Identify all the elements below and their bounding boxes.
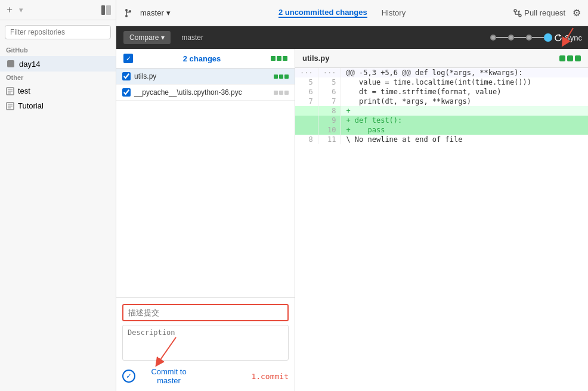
dot-1 bbox=[490, 35, 496, 41]
diff-header-dot-2 bbox=[567, 55, 573, 61]
diff-row-add-9: 9 + def test(): bbox=[295, 116, 588, 125]
sidebar-item-tutorial[interactable]: Tutorial bbox=[0, 98, 116, 113]
file-checkbox-utils-py[interactable] bbox=[122, 72, 131, 80]
diff-old-blank-8 bbox=[295, 106, 318, 116]
commit-button-label: Commit to master bbox=[139, 367, 199, 385]
diff-new-5: 5 bbox=[318, 77, 341, 87]
github-section-label: GitHub bbox=[0, 44, 116, 56]
settings-icon: ⚙ bbox=[572, 8, 581, 18]
diff-row-add-8: 8 + bbox=[295, 106, 588, 116]
diff-row-add-10: 10 + pass bbox=[295, 125, 588, 135]
file-item-pycache[interactable]: __pycache__\utils.cpython-36.pyc bbox=[116, 85, 295, 101]
commit-to-master-button[interactable]: ✓ Commit to master bbox=[122, 367, 199, 385]
file-dot-1 bbox=[274, 75, 278, 79]
diff-new-8: 8 bbox=[318, 106, 341, 116]
panel-toggle-button[interactable] bbox=[101, 5, 111, 15]
diff-new-10: 10 bbox=[318, 125, 341, 135]
pull-request-button[interactable]: Pull request bbox=[513, 8, 565, 17]
commit-summary-input[interactable] bbox=[122, 304, 289, 321]
branch-icon bbox=[123, 8, 133, 18]
pull-request-icon bbox=[513, 9, 522, 17]
diff-new-7: 7 bbox=[318, 97, 341, 106]
repo-name-test: test bbox=[18, 86, 30, 95]
sync-icon bbox=[554, 33, 562, 42]
diff-sep-old-num: ··· bbox=[295, 68, 318, 77]
diff-code-add-9: + def test(): bbox=[341, 116, 588, 125]
sync-button[interactable]: Sync bbox=[554, 33, 582, 42]
compare-label: Compare bbox=[129, 33, 159, 42]
dot-4-active bbox=[544, 33, 552, 42]
file-status-dots-pycache bbox=[274, 91, 289, 95]
sync-label: Sync bbox=[565, 33, 582, 42]
file-dot-gray-1 bbox=[274, 91, 278, 95]
diff-old-blank-10 bbox=[295, 125, 318, 135]
dot-line-1 bbox=[496, 37, 508, 38]
history-link[interactable]: History bbox=[382, 8, 406, 17]
uncommitted-changes-link[interactable]: 2 uncommitted changes bbox=[278, 8, 367, 18]
svg-point-6 bbox=[125, 15, 128, 17]
diff-sep-new-num: ··· bbox=[318, 68, 341, 77]
content-area: 2 changes utils.py bbox=[116, 49, 588, 391]
branch-progress-dots bbox=[490, 33, 552, 42]
add-button[interactable]: ＋ bbox=[5, 4, 14, 16]
dot-line-3 bbox=[532, 37, 544, 38]
repo-name-day14: day14 bbox=[19, 60, 40, 69]
file-checkbox-pycache[interactable] bbox=[122, 88, 131, 97]
diff-header: utils.py bbox=[295, 49, 588, 68]
header-dot-3 bbox=[283, 56, 287, 61]
svg-point-9 bbox=[514, 10, 516, 12]
commit-button-row: ✓ Commit to master 1.commit bbox=[122, 367, 289, 385]
file-dot-2 bbox=[279, 75, 283, 79]
diff-code-5: value = time.localtime(int(time.time())) bbox=[341, 77, 588, 87]
diff-row-8-11: 8 11 \ No newline at end of file bbox=[295, 135, 588, 144]
compare-chevron-icon: ▾ bbox=[161, 33, 165, 42]
diff-header-dot-3 bbox=[575, 55, 581, 61]
file-dot-3 bbox=[284, 75, 289, 79]
diff-row-6-6: 6 6 dt = time.strftime(format, value) bbox=[295, 87, 588, 97]
repo-name-tutorial: Tutorial bbox=[18, 101, 44, 110]
sidebar-item-day14[interactable]: day14 bbox=[0, 56, 116, 72]
branch-selector[interactable]: master ▾ bbox=[140, 8, 171, 17]
dot-3 bbox=[526, 35, 532, 41]
sidebar-toolbar: ＋ ▾ bbox=[0, 0, 116, 20]
diff-separator-row: ··· ··· @@ -5,3 +5,6 @@ def log(*args, *… bbox=[295, 68, 588, 77]
filter-repositories-input[interactable] bbox=[5, 25, 111, 39]
file-panel: 2 changes utils.py bbox=[116, 49, 295, 391]
dot-line-2 bbox=[514, 37, 526, 38]
diff-filename: utils.py bbox=[302, 54, 330, 63]
diff-row-7-7: 7 7 print(dt, *args, **kwargs) bbox=[295, 97, 588, 106]
diff-old-7: 7 bbox=[295, 97, 318, 106]
check-all-checkbox[interactable] bbox=[123, 54, 133, 63]
pull-request-label: Pull request bbox=[524, 8, 565, 17]
branch-name: master bbox=[140, 8, 164, 17]
diff-old-5: 5 bbox=[295, 77, 318, 87]
sidebar: ＋ ▾ GitHub day14 Other test Tutorial bbox=[0, 0, 116, 391]
file-dot-gray-3 bbox=[284, 91, 289, 95]
diff-code-7: print(dt, *args, **kwargs) bbox=[341, 97, 588, 106]
diff-panel: utils.py ··· ··· @@ -5,3 +5,6 @@ def log… bbox=[295, 49, 588, 391]
sidebar-item-test[interactable]: test bbox=[0, 83, 116, 98]
commit-description-input[interactable] bbox=[122, 325, 289, 361]
commit-area: ✓ Commit to master 1.commit bbox=[116, 297, 295, 391]
commit-circle-icon: ✓ bbox=[122, 370, 135, 383]
diff-new-9: 9 bbox=[318, 116, 341, 125]
file-item-utils-py[interactable]: utils.py bbox=[116, 69, 295, 85]
diff-row-5-5: 5 5 value = time.localtime(int(time.time… bbox=[295, 77, 588, 87]
other-section-label: Other bbox=[0, 72, 116, 83]
header-status-dots bbox=[271, 56, 287, 61]
diff-old-8: 8 bbox=[295, 135, 318, 144]
settings-button[interactable]: ⚙ bbox=[572, 7, 581, 18]
file-status-dots-utils bbox=[274, 75, 289, 79]
branch-chevron-icon: ▾ bbox=[166, 8, 171, 17]
changes-count-label: 2 changes bbox=[138, 54, 266, 63]
diff-code-add-8: + bbox=[341, 106, 588, 116]
compare-button[interactable]: Compare ▾ bbox=[123, 31, 171, 44]
commit-annotation-text: 1.commit bbox=[251, 372, 289, 381]
file-list: utils.py __pycache__\utils.cpython-36.py… bbox=[116, 69, 295, 297]
diff-header-dots bbox=[559, 55, 581, 61]
diff-content: ··· ··· @@ -5,3 +5,6 @@ def log(*args, *… bbox=[295, 68, 588, 144]
file-name-pycache: __pycache__\utils.cpython-36.pyc bbox=[134, 88, 270, 97]
diff-code-add-10: + pass bbox=[341, 125, 588, 135]
header-dot-1 bbox=[271, 56, 276, 61]
diff-old-blank-9 bbox=[295, 116, 318, 125]
